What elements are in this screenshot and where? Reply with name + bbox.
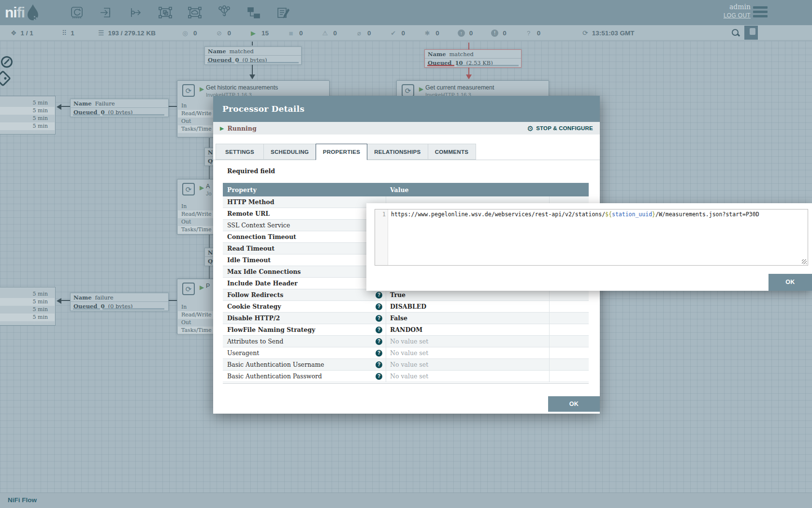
connection-line <box>252 64 253 75</box>
property-name: Max Idle Connections <box>227 266 301 278</box>
editor-ok-button[interactable]: OK <box>768 274 812 291</box>
property-name: FlowFile Naming Strategy <box>227 324 315 336</box>
queue-bar <box>73 114 100 116</box>
required-field-note: Required field <box>227 167 275 175</box>
connection-label-matched-alert[interactable]: Namematched Queued10(2.53 KB) <box>424 49 522 68</box>
dialog-tab[interactable]: SCHEDULING <box>263 144 316 160</box>
processor-title: Get historic measurements <box>206 84 278 91</box>
stat-window: 5 min <box>0 107 55 115</box>
output-port-tool-icon[interactable] <box>128 4 144 21</box>
processor-title: Get current measurement <box>425 84 494 91</box>
property-column-header: Property <box>223 186 386 194</box>
help-icon[interactable]: ? <box>376 373 382 380</box>
help-icon[interactable]: ? <box>376 361 382 368</box>
stop-and-configure-label: STOP & CONFIGURE <box>536 125 593 131</box>
running-icon: ▶ <box>200 284 204 291</box>
connection-arrow-icon <box>249 75 255 79</box>
processor-icon: ⟳ <box>182 283 195 295</box>
el-attribute: station_uuid <box>612 211 652 218</box>
processor-cutoff[interactable]: 5 min5 min5 min5 min <box>0 287 56 326</box>
dialog-tab[interactable]: SETTINGS <box>216 144 264 160</box>
status-counter: ✱ 0 <box>423 30 439 37</box>
status-count: 0 <box>193 30 197 37</box>
property-value[interactable]: False <box>390 313 407 324</box>
status-counter: ⌀ 0 <box>355 30 371 37</box>
dialog-ok-button[interactable]: OK <box>548 396 600 412</box>
label-tool-icon[interactable] <box>275 4 291 21</box>
running-icon: ▶ <box>200 86 204 92</box>
connection-label-matched[interactable]: Namematched Queued0(0 bytes) <box>204 46 302 65</box>
remote-process-group-tool-icon[interactable] <box>187 4 203 21</box>
connection-label-failure[interactable]: NameFailure Queued0(0 bytes) <box>70 99 169 117</box>
connection-line <box>209 235 210 248</box>
help-icon[interactable]: ? <box>376 303 382 310</box>
stat-window: 5 min <box>0 122 55 130</box>
status-count: 0 <box>367 30 371 37</box>
connection-line <box>252 42 253 45</box>
processor-title: P <box>206 283 210 289</box>
status-icon: ? <box>525 30 533 37</box>
property-row: Disable HTTP/2 ? False <box>223 313 589 324</box>
processor-tool-icon[interactable] <box>69 4 85 21</box>
logout-link[interactable]: LOG OUT <box>724 12 751 19</box>
template-tool-icon[interactable] <box>246 4 262 21</box>
panel-toggle-button[interactable] <box>744 26 758 40</box>
processor-icon: ⟳ <box>402 84 414 97</box>
status-icon: ◎ <box>181 30 189 37</box>
input-port-tool-icon[interactable] <box>98 4 115 21</box>
processor-cutoff[interactable]: 5 min5 min5 min5 min <box>0 96 56 134</box>
process-group-tool-icon[interactable] <box>157 4 174 21</box>
queued-list-icon: ☰ <box>98 29 104 37</box>
property-value[interactable]: No value set <box>390 359 428 371</box>
dialog-tab[interactable]: RELATIONSHIPS <box>367 144 428 160</box>
help-icon[interactable]: ? <box>376 338 382 345</box>
property-name: Read Timeout <box>227 243 275 254</box>
funnel-tool-icon[interactable] <box>216 4 232 21</box>
connection-label-failure[interactable]: Namefailure Queued0(0 bytes) <box>70 293 169 311</box>
property-value[interactable]: RANDOM <box>390 324 422 336</box>
status-icon: ■ <box>287 29 295 37</box>
property-row: Follow Redirects ? True <box>223 289 589 301</box>
connection-name-label: Name <box>428 51 446 58</box>
dialog-status-row: ▶ Running ⚙ STOP & CONFIGURE <box>213 122 600 134</box>
queue-bar <box>237 62 299 63</box>
property-value[interactable]: DISABLED <box>390 301 426 313</box>
dialog-tab[interactable]: COMMENTS <box>428 144 476 160</box>
processor-stats: 5 min5 min5 min5 min <box>0 99 55 130</box>
status-icon: ⊘ <box>216 30 223 37</box>
value-editor-textarea[interactable]: 1 https://www.pegelonline.wsv.de/webserv… <box>375 209 808 266</box>
queue-bar <box>102 308 164 310</box>
global-menu-icon[interactable] <box>753 6 768 18</box>
property-value[interactable]: No value set <box>390 347 428 359</box>
value-column-header: Value <box>386 186 408 194</box>
line-number-gutter: 1 <box>375 209 388 265</box>
search-icon[interactable] <box>731 29 740 37</box>
queued-count-size: 193 / 279.12 KB <box>108 30 156 37</box>
property-row: Basic Authentication Username ? No value… <box>223 359 589 371</box>
property-name: Attributes to Send <box>227 336 283 347</box>
breadcrumb[interactable]: NiFi Flow <box>8 496 37 504</box>
running-icon: ▶ <box>220 125 224 132</box>
stop-and-configure-button[interactable]: ⚙ STOP & CONFIGURE <box>527 125 593 132</box>
status-icon: ! <box>491 30 498 37</box>
queue-bar <box>73 308 100 310</box>
status-counter: ■ 0 <box>287 29 303 37</box>
help-icon[interactable]: ? <box>376 292 382 299</box>
refresh-icon[interactable]: ⟳ <box>582 29 588 37</box>
help-icon[interactable]: ? <box>376 315 382 322</box>
queue-bar <box>207 62 234 63</box>
help-icon[interactable]: ? <box>376 327 382 333</box>
status-icon: ↑ <box>458 30 465 37</box>
connection-line <box>61 106 70 107</box>
help-icon[interactable]: ? <box>376 350 382 357</box>
process-groups-count: 1 <box>71 30 74 37</box>
connection-line-red <box>468 43 469 49</box>
property-value[interactable]: No value set <box>390 371 428 382</box>
property-value[interactable]: No value set <box>390 336 428 347</box>
queue-bar <box>457 65 519 66</box>
remote-url-value[interactable]: https://www.pegelonline.wsv.de/webservic… <box>388 209 759 265</box>
property-row: Attributes to Send ? No value set <box>223 336 589 347</box>
property-value[interactable]: True <box>390 289 406 301</box>
value-editor-popup: 1 https://www.pegelonline.wsv.de/webserv… <box>366 203 812 291</box>
dialog-tab[interactable]: PROPERTIES <box>316 144 367 160</box>
